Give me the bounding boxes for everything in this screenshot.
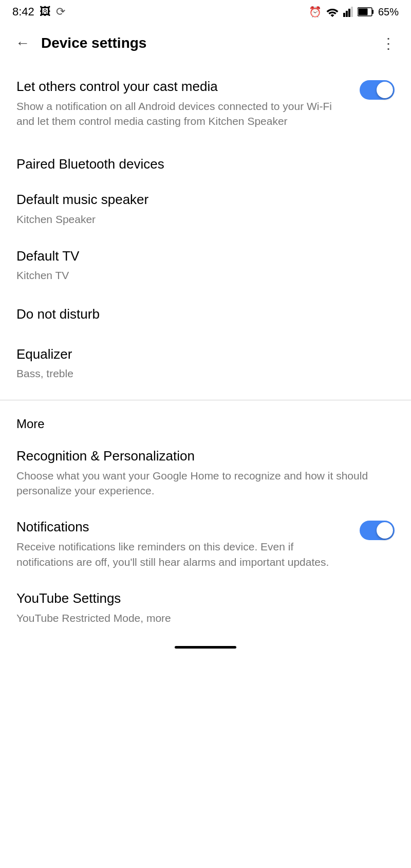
alarm-icon: ⏰: [309, 6, 322, 18]
equalizer-row[interactable]: Equalizer Bass, treble: [0, 336, 411, 392]
youtube-settings-text: YouTube Settings YouTube Restricted Mode…: [16, 590, 395, 625]
default-tv-title: Default TV: [16, 248, 384, 265]
svg-rect-0: [343, 13, 345, 17]
recognition-personalization-subtitle: Choose what you want your Google Home to…: [16, 468, 384, 498]
cast-media-toggle-knob: [377, 82, 393, 98]
battery-percent: 65%: [378, 6, 399, 18]
notifications-toggle-knob: [377, 522, 393, 539]
notifications-text: Notifications Receive notifications like…: [16, 519, 360, 569]
youtube-settings-row[interactable]: YouTube Settings YouTube Restricted Mode…: [0, 580, 411, 636]
paired-bluetooth-row[interactable]: Paired Bluetooth devices: [0, 143, 411, 181]
wifi-icon: [326, 7, 339, 17]
do-not-disturb-title: Do not disturb: [16, 306, 384, 323]
cast-media-subtitle: Show a notification on all Android devic…: [16, 99, 349, 129]
notifications-toggle-container[interactable]: [360, 519, 395, 540]
top-bar: ← Device settings ⋮: [0, 23, 411, 64]
status-bar: 8:42 🖼 ⟳ ⏰ 65%: [0, 0, 411, 23]
cast-media-toggle-container[interactable]: [360, 78, 395, 100]
sync-icon: ⟳: [56, 5, 65, 19]
cast-media-toggle[interactable]: [360, 80, 395, 100]
more-section-header: More: [0, 400, 411, 439]
default-music-speaker-row[interactable]: Default music speaker Kitchen Speaker: [0, 181, 411, 237]
default-tv-subtitle: Kitchen TV: [16, 268, 384, 283]
do-not-disturb-row[interactable]: Do not disturb: [0, 293, 411, 336]
default-music-speaker-title: Default music speaker: [16, 191, 384, 209]
more-options-button[interactable]: ⋮: [374, 29, 403, 58]
recognition-personalization-text: Recognition & Personalization Choose wha…: [16, 448, 395, 498]
equalizer-subtitle: Bass, treble: [16, 366, 384, 381]
image-icon: 🖼: [40, 5, 51, 19]
svg-rect-2: [348, 9, 350, 17]
svg-rect-5: [372, 10, 373, 14]
default-music-speaker-text: Default music speaker Kitchen Speaker: [16, 191, 395, 227]
paired-bluetooth-text: Paired Bluetooth devices: [16, 156, 395, 173]
notifications-row[interactable]: Notifications Receive notifications like…: [0, 508, 411, 580]
notifications-toggle[interactable]: [360, 521, 395, 540]
back-button[interactable]: ←: [8, 29, 37, 58]
time-display: 8:42: [12, 5, 34, 19]
more-icon: ⋮: [381, 35, 396, 52]
signal-icon: [343, 7, 353, 17]
cast-media-text: Let others control your cast media Show …: [16, 78, 360, 129]
default-tv-row[interactable]: Default TV Kitchen TV: [0, 237, 411, 293]
home-indicator-bar: [175, 646, 236, 649]
svg-rect-3: [351, 7, 353, 17]
recognition-personalization-title: Recognition & Personalization: [16, 448, 384, 465]
default-tv-text: Default TV Kitchen TV: [16, 248, 395, 283]
cast-media-title: Let others control your cast media: [16, 78, 349, 96]
page-title: Device settings: [41, 35, 374, 51]
svg-rect-6: [358, 9, 367, 15]
back-icon: ←: [15, 35, 30, 51]
equalizer-title: Equalizer: [16, 346, 384, 363]
notifications-title: Notifications: [16, 519, 349, 536]
status-left: 8:42 🖼 ⟳: [12, 5, 65, 19]
equalizer-text: Equalizer Bass, treble: [16, 346, 395, 381]
youtube-settings-title: YouTube Settings: [16, 590, 384, 607]
battery-icon: [358, 7, 374, 16]
notifications-subtitle: Receive notifications like reminders on …: [16, 539, 349, 569]
youtube-settings-subtitle: YouTube Restricted Mode, more: [16, 611, 384, 625]
cast-media-row[interactable]: Let others control your cast media Show …: [0, 64, 411, 143]
status-right: ⏰ 65%: [309, 6, 399, 18]
recognition-personalization-row[interactable]: Recognition & Personalization Choose wha…: [0, 439, 411, 509]
do-not-disturb-text: Do not disturb: [16, 306, 395, 323]
default-music-speaker-subtitle: Kitchen Speaker: [16, 212, 384, 227]
home-indicator: [0, 636, 411, 655]
settings-content: Let others control your cast media Show …: [0, 64, 411, 636]
svg-rect-1: [346, 11, 348, 17]
paired-bluetooth-title: Paired Bluetooth devices: [16, 156, 384, 173]
